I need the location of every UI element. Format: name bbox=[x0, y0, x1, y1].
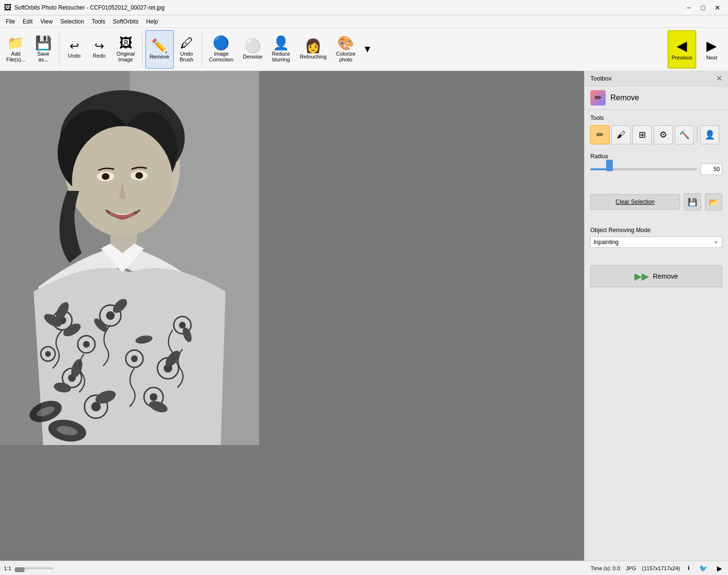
menu-edit[interactable]: Edit bbox=[19, 17, 36, 26]
zoom-control: 1:1 bbox=[4, 565, 61, 571]
toolbox-tool-icon: ✏ bbox=[590, 90, 606, 106]
toolbar-sep-1 bbox=[59, 33, 60, 66]
save-as-button[interactable]: 💾 Saveas... bbox=[31, 30, 56, 69]
remove-section: ▶▶ Remove bbox=[585, 259, 728, 293]
toolbox-tool-name: Remove bbox=[610, 94, 639, 102]
undo-brush-button[interactable]: 🖊 UndoBrush bbox=[175, 30, 199, 69]
radius-row bbox=[590, 164, 722, 175]
previous-icon: ◀ bbox=[677, 38, 687, 54]
tool-separator bbox=[697, 127, 697, 143]
previous-label: Previous bbox=[672, 55, 692, 60]
undo-icon: ↩ bbox=[70, 40, 79, 52]
retouching-button[interactable]: 👩 Retouching bbox=[296, 30, 331, 69]
person-tool-button[interactable]: 👤 bbox=[700, 125, 719, 144]
denoise-button[interactable]: ⚪ Denoise bbox=[239, 30, 266, 69]
zoom-slider[interactable] bbox=[15, 567, 53, 569]
remove-btn-icon: ▶▶ bbox=[634, 270, 649, 282]
add-files-icon: 📁 bbox=[7, 36, 24, 50]
radius-label: Radius bbox=[590, 153, 722, 160]
original-image-label: OriginalImage bbox=[117, 51, 135, 62]
time-status: Time (s): 0.0 bbox=[591, 565, 620, 571]
menu-selection[interactable]: Selection bbox=[57, 17, 88, 26]
tools-section: Tools ✏ 🖌 ⊞ ⚙ 🔨 👤 bbox=[585, 110, 728, 149]
photo-container bbox=[0, 71, 259, 446]
redo-button[interactable]: ↪ Redo bbox=[87, 30, 111, 69]
svg-point-26 bbox=[150, 393, 157, 401]
toolbar-sep-3 bbox=[202, 33, 202, 66]
toolbox-title: Toolbox bbox=[590, 75, 612, 82]
radius-input[interactable] bbox=[701, 164, 722, 175]
denoise-icon: ⚪ bbox=[244, 39, 261, 53]
clear-selection-button[interactable]: Clear Selection bbox=[590, 194, 680, 210]
format-status: JPG bbox=[626, 565, 636, 571]
app-icon: 🖼 bbox=[4, 3, 12, 12]
next-label: Next bbox=[706, 55, 717, 60]
save-selection-button[interactable]: 💾 bbox=[684, 193, 701, 211]
reduce-blurring-button[interactable]: 👤 Reduceblurring bbox=[268, 30, 295, 69]
close-button[interactable]: ✕ bbox=[711, 2, 724, 13]
twitter-icon[interactable]: 🐦 bbox=[697, 563, 709, 573]
select-rect-tool-button[interactable]: ⊞ bbox=[633, 125, 652, 144]
undo-label: Undo bbox=[68, 53, 81, 59]
slider-thumb[interactable] bbox=[606, 160, 613, 171]
reduce-blurring-icon: 👤 bbox=[273, 36, 289, 50]
mode-section: Object Removing Mode Inpainting Content … bbox=[585, 223, 728, 252]
status-right: Time (s): 0.0 JPG (1157x1717x24) ℹ 🐦 ▶ bbox=[591, 563, 724, 573]
svg-point-18 bbox=[106, 311, 115, 320]
mode-select[interactable]: Inpainting Content Aware Texture Synthes… bbox=[590, 236, 722, 248]
info-button[interactable]: ℹ bbox=[686, 564, 692, 572]
colorize-photo-label: Colorizephoto bbox=[336, 51, 355, 62]
next-icon: ▶ bbox=[706, 38, 717, 54]
next-button[interactable]: ▶ Next bbox=[697, 30, 726, 69]
menu-file[interactable]: File bbox=[2, 17, 19, 26]
main-area: Toolbox ✕ ✏ Remove Tools ✏ 🖌 ⊞ ⚙ 🔨 👤 bbox=[0, 71, 728, 561]
previous-button[interactable]: ◀ Previous bbox=[668, 30, 696, 69]
more-icon[interactable]: ▼ bbox=[363, 44, 372, 55]
menu-help[interactable]: Help bbox=[143, 17, 162, 26]
load-selection-button[interactable]: 📂 bbox=[705, 193, 722, 211]
remove-button[interactable]: ✏️ Remove bbox=[145, 30, 174, 69]
window-controls: − □ ✕ bbox=[682, 2, 724, 13]
pencil-tool-button[interactable]: ✏ bbox=[590, 125, 609, 144]
reduce-blurring-label: Reduceblurring bbox=[272, 51, 290, 62]
eraser-tool-button[interactable]: 🖌 bbox=[611, 125, 631, 144]
menu-view[interactable]: View bbox=[36, 17, 57, 26]
maximize-button[interactable]: □ bbox=[696, 2, 710, 13]
radius-slider-container[interactable] bbox=[590, 164, 697, 174]
tools-row: ✏ 🖌 ⊞ ⚙ 🔨 👤 bbox=[590, 125, 722, 144]
mode-label: Object Removing Mode bbox=[590, 227, 722, 234]
svg-point-22 bbox=[131, 355, 138, 362]
svg-point-16 bbox=[83, 341, 90, 348]
radius-section: Radius bbox=[585, 149, 728, 179]
toolbox-tool-title-row: ✏ Remove bbox=[585, 86, 728, 110]
remove-label: Remove bbox=[150, 54, 169, 59]
toolbox-panel: Toolbox ✕ ✏ Remove Tools ✏ 🖌 ⊞ ⚙ 🔨 👤 bbox=[584, 71, 728, 561]
zoom-label: 1:1 bbox=[4, 565, 11, 571]
svg-point-9 bbox=[102, 173, 109, 180]
minimize-button[interactable]: − bbox=[682, 2, 695, 13]
menu-bar: File Edit View Selection Tools SoftOrbit… bbox=[0, 15, 728, 28]
undo-brush-icon: 🖊 bbox=[180, 36, 193, 50]
smart-brush-tool-button[interactable]: 🔨 bbox=[675, 125, 694, 144]
remove-btn-label: Remove bbox=[653, 272, 678, 280]
canvas-area[interactable] bbox=[0, 71, 584, 561]
spacer-1 bbox=[585, 179, 728, 188]
menu-tools[interactable]: Tools bbox=[88, 17, 109, 26]
magic-wand-tool-button[interactable]: ⚙ bbox=[654, 125, 673, 144]
toolbar-right: ◀ Previous ▶ Next bbox=[668, 30, 726, 69]
undo-button[interactable]: ↩ Undo bbox=[62, 30, 86, 69]
original-image-button[interactable]: 🖼 OriginalImage bbox=[112, 30, 139, 69]
add-files-label: AddFile(s)... bbox=[6, 51, 25, 62]
svg-point-32 bbox=[45, 351, 51, 357]
colorize-photo-icon: 🎨 bbox=[337, 36, 354, 50]
dimensions-status: (1157x1717x24) bbox=[642, 565, 680, 571]
add-files-button[interactable]: 📁 AddFile(s)... bbox=[2, 30, 30, 69]
remove-action-button[interactable]: ▶▶ Remove bbox=[590, 265, 722, 287]
svg-point-11 bbox=[135, 172, 143, 179]
youtube-icon[interactable]: ▶ bbox=[715, 563, 724, 573]
toolbox-close-button[interactable]: ✕ bbox=[716, 74, 722, 83]
image-correction-button[interactable]: 🔵 ImageCorrection bbox=[205, 30, 238, 69]
redo-icon: ↪ bbox=[95, 40, 104, 52]
menu-softorbits[interactable]: SoftOrbits bbox=[109, 17, 142, 26]
colorize-photo-button[interactable]: 🎨 Colorizephoto bbox=[332, 30, 359, 69]
